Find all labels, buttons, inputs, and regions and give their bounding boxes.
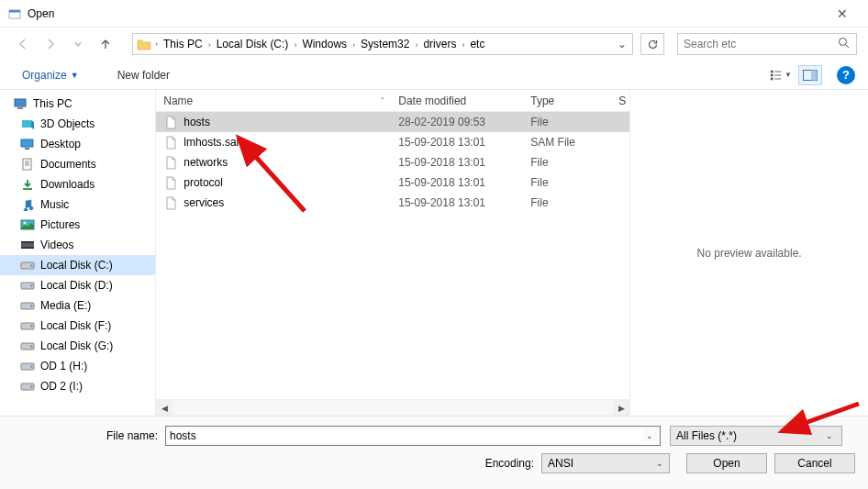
file-row[interactable]: networks15-09-2018 13:01File (156, 152, 629, 172)
scroll-left-icon[interactable]: ◀ (156, 400, 172, 416)
tree-item-icon (20, 318, 35, 333)
breadcrumb-segment[interactable]: Windows (298, 38, 351, 50)
breadcrumb-segment[interactable]: etc (466, 38, 488, 50)
nav-tree: This PC 3D ObjectsDesktopDocumentsDownlo… (0, 90, 155, 416)
tree-item-label: Music (40, 198, 69, 211)
help-button[interactable]: ? (837, 66, 855, 84)
bottom-panel: File name: ⌄ All Files (*.*) ⌄ Encoding:… (0, 416, 868, 489)
file-list[interactable]: hosts28-02-2019 09:53Filelmhosts.sam15-0… (156, 112, 629, 399)
file-date: 15-09-2018 13:01 (391, 156, 523, 169)
tree-item-icon (20, 177, 35, 192)
file-icon (163, 155, 178, 170)
column-size[interactable]: S (611, 94, 629, 107)
tree-item[interactable]: Documents (0, 154, 155, 174)
column-name[interactable]: Nameˆ (156, 94, 391, 107)
tree-item-icon (20, 157, 35, 172)
organize-menu[interactable]: Organize▼ (17, 65, 84, 85)
filename-input[interactable] (170, 429, 643, 442)
preview-pane: No preview available. (629, 90, 868, 416)
svg-point-23 (24, 222, 27, 225)
chevron-right-icon[interactable]: › (153, 39, 160, 49)
tree-item[interactable]: Local Disk (G:) (0, 336, 155, 356)
file-type: File (523, 196, 611, 209)
up-button[interactable] (94, 32, 117, 56)
file-type: SAM File (523, 136, 611, 149)
forward-button[interactable] (39, 32, 62, 56)
encoding-select[interactable]: ANSI ⌄ (541, 453, 670, 473)
filename-dropdown-icon[interactable]: ⌄ (643, 431, 656, 440)
breadcrumb-segment[interactable]: Local Disk (C:) (213, 38, 293, 50)
preview-pane-button[interactable] (798, 65, 822, 85)
file-type: File (523, 176, 611, 189)
filename-label: File name: (0, 429, 165, 442)
back-button[interactable] (11, 32, 35, 56)
folder-icon (135, 38, 153, 50)
window-title: Open (28, 7, 824, 20)
chevron-right-icon[interactable]: › (351, 40, 357, 50)
tree-item[interactable]: Pictures (0, 215, 155, 235)
tree-item-label: OD 1 (H:) (40, 360, 87, 372)
svg-rect-32 (30, 305, 33, 307)
tree-item[interactable]: Music (0, 194, 155, 215)
search-icon[interactable] (836, 37, 851, 51)
view-mode-button[interactable]: ▼ (769, 65, 793, 85)
tree-item-label: Pictures (40, 218, 80, 231)
new-folder-button[interactable]: New folder (112, 65, 175, 85)
file-icon (163, 115, 178, 129)
tree-item-icon (20, 258, 35, 272)
tree-item-label: OD 2 (I:) (40, 380, 83, 393)
tree-item[interactable]: 3D Objects (0, 114, 155, 134)
tree-item[interactable]: OD 1 (H:) (0, 356, 155, 376)
search-box[interactable] (677, 33, 857, 55)
file-row[interactable]: lmhosts.sam15-09-2018 13:01SAM File (156, 132, 629, 152)
tree-item[interactable]: Videos (0, 235, 155, 255)
close-button[interactable]: ✕ (824, 6, 861, 21)
refresh-button[interactable] (640, 33, 664, 55)
tree-item-icon (20, 238, 35, 252)
file-name: networks (184, 156, 228, 169)
search-input[interactable] (684, 38, 836, 50)
tree-item[interactable]: OD 2 (I:) (0, 376, 155, 396)
file-icon (163, 195, 178, 210)
svg-rect-36 (30, 345, 33, 348)
tree-item-label: Local Disk (G:) (40, 339, 113, 352)
tree-item-label: 3D Objects (40, 117, 95, 130)
file-row[interactable]: hosts28-02-2019 09:53File (156, 112, 629, 132)
chevron-down-icon: ⌄ (823, 431, 836, 440)
tree-item-icon (20, 117, 35, 131)
chevron-down-icon: ▼ (71, 71, 79, 80)
cancel-button[interactable]: Cancel (774, 453, 855, 473)
open-button[interactable]: Open (686, 453, 767, 473)
tree-item-icon (20, 298, 35, 313)
horizontal-scrollbar[interactable]: ◀ ▶ (156, 399, 629, 416)
tree-item[interactable]: Media (E:) (0, 295, 155, 316)
file-type-filter[interactable]: All Files (*.*) ⌄ (670, 426, 842, 446)
nav-row: › This PC›Local Disk (C:)›Windows›System… (0, 28, 868, 61)
breadcrumb-segment[interactable]: drivers (419, 38, 460, 50)
file-type: File (523, 116, 611, 128)
tree-item[interactable]: Local Disk (F:) (0, 316, 155, 336)
breadcrumb-segment[interactable]: This PC (160, 38, 206, 50)
file-date: 15-09-2018 13:01 (391, 196, 523, 209)
file-date: 28-02-2019 09:53 (391, 116, 523, 128)
breadcrumb-segment[interactable]: System32 (357, 38, 413, 50)
address-bar[interactable]: › This PC›Local Disk (C:)›Windows›System… (132, 33, 633, 55)
recent-dropdown[interactable] (66, 32, 90, 56)
file-name: lmhosts.sam (184, 136, 245, 149)
tree-item[interactable]: Desktop (0, 134, 155, 154)
filename-combobox[interactable]: ⌄ (165, 426, 661, 446)
address-dropdown[interactable]: ⌄ (614, 38, 630, 50)
tree-root-this-pc[interactable]: This PC (0, 94, 155, 114)
chevron-right-icon[interactable]: › (206, 40, 213, 50)
column-type[interactable]: Type (523, 94, 611, 107)
svg-rect-26 (21, 248, 34, 250)
chevron-down-icon: ⌄ (656, 459, 663, 468)
column-date[interactable]: Date modified (391, 94, 523, 107)
tree-item[interactable]: Local Disk (D:) (0, 275, 155, 295)
scroll-right-icon[interactable]: ▶ (613, 400, 629, 416)
svg-rect-38 (30, 365, 33, 368)
tree-item[interactable]: Downloads (0, 174, 155, 194)
file-row[interactable]: protocol15-09-2018 13:01File (156, 172, 629, 193)
tree-item[interactable]: Local Disk (C:) (0, 255, 155, 275)
file-row[interactable]: services15-09-2018 13:01File (156, 193, 629, 213)
